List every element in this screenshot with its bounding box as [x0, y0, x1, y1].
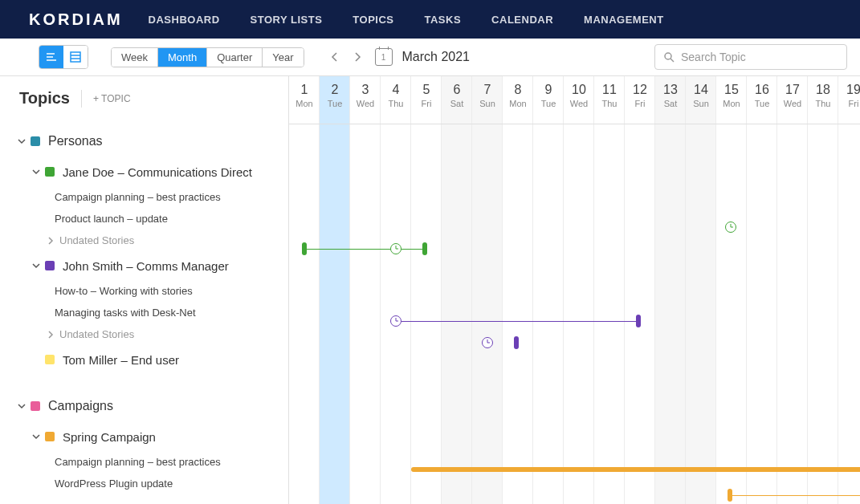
- lane-spacer: [289, 124, 860, 155]
- day-header-cell[interactable]: 9Tue: [533, 76, 564, 124]
- range-year[interactable]: Year: [263, 48, 303, 67]
- topic-spring-campaign[interactable]: Spring Campaign: [0, 422, 288, 451]
- chevron-right-icon[interactable]: [45, 331, 56, 339]
- day-header-cell[interactable]: 12Fri: [625, 76, 655, 124]
- lane-jane-story-2: [289, 238, 860, 259]
- date-nav: 1 March 2021: [324, 46, 471, 68]
- day-header-cell[interactable]: 17Wed: [777, 76, 808, 124]
- chevron-left-icon: [331, 52, 339, 62]
- day-header-cell[interactable]: 11Thu: [594, 76, 625, 124]
- color-swatch: [45, 261, 55, 270]
- color-swatch: [31, 136, 40, 146]
- day-header-cell[interactable]: 2Tue: [320, 76, 350, 124]
- undated-stories[interactable]: Undated Stories: [0, 323, 288, 345]
- color-swatch: [31, 401, 40, 411]
- timeline[interactable]: 1Mon2Tue3Wed4Thu5Fri6Sat7Sun8Mon9Tue10We…: [289, 76, 860, 504]
- svg-point-6: [665, 53, 671, 59]
- chevron-down-icon[interactable]: [16, 137, 27, 145]
- chevron-right-icon[interactable]: [45, 237, 56, 245]
- day-header-cell[interactable]: 16Tue: [747, 76, 777, 124]
- range-quarter[interactable]: Quarter: [207, 48, 263, 67]
- day-header-cell[interactable]: 5Fri: [411, 76, 442, 124]
- lane-john-smith: [289, 281, 860, 310]
- timeline-canvas: [289, 124, 860, 504]
- topic-group-label: Personas: [48, 134, 103, 148]
- day-header-cell[interactable]: 7Sun: [472, 76, 503, 124]
- clock-icon[interactable]: [725, 222, 736, 233]
- story-row[interactable]: How-to – Working with stories: [0, 280, 288, 302]
- sidebar: Topics + TOPIC Personas: [0, 76, 289, 504]
- divider: [81, 90, 82, 108]
- topic-group-personas[interactable]: Personas: [0, 125, 288, 157]
- day-header-cell[interactable]: 1Mon: [289, 76, 320, 124]
- top-nav: KORDIAM DASHBOARD STORY LISTS TOPICS TAS…: [0, 0, 860, 39]
- day-header-cell[interactable]: 3Wed: [350, 76, 381, 124]
- day-header-cell[interactable]: 13Sat: [655, 76, 686, 124]
- date-label: March 2021: [402, 50, 471, 64]
- topic-jane-doe[interactable]: Jane Doe – Communications Direct: [0, 157, 288, 186]
- story-row[interactable]: Campaign planning – best practices: [0, 451, 288, 473]
- topic-john-smith[interactable]: John Smith – Comms Manager: [0, 251, 288, 280]
- day-header-cell[interactable]: 8Mon: [503, 76, 533, 124]
- bar-line[interactable]: [401, 321, 638, 322]
- nav-topics[interactable]: TOPICS: [353, 14, 393, 26]
- prev-button[interactable]: [324, 46, 346, 68]
- story-label: Managing tasks with Desk-Net: [55, 307, 196, 319]
- nav-dashboard[interactable]: DASHBOARD: [149, 14, 220, 26]
- story-row[interactable]: Managing tasks with Desk-Net: [0, 302, 288, 323]
- today-button[interactable]: 1: [375, 48, 393, 66]
- view-toggle: [39, 45, 88, 69]
- nav-tasks[interactable]: TASKS: [425, 14, 462, 26]
- search-input[interactable]: [679, 50, 838, 64]
- topic-label: John Smith – Comms Manager: [63, 259, 229, 273]
- chevron-down-icon[interactable]: [16, 402, 27, 410]
- story-row[interactable]: WordPress Plugin update: [0, 473, 288, 494]
- campaign-bar[interactable]: [411, 467, 860, 472]
- chevron-down-icon[interactable]: [31, 262, 42, 270]
- clock-icon[interactable]: [482, 337, 493, 348]
- topic-tom-miller[interactable]: Tom Miller – End user: [0, 345, 288, 374]
- chevron-down-icon[interactable]: [31, 168, 42, 176]
- range-week[interactable]: Week: [112, 48, 158, 67]
- lane-john-story-1: [289, 310, 860, 331]
- view-list-button[interactable]: [63, 46, 88, 68]
- clock-icon[interactable]: [390, 315, 401, 327]
- sidebar-header: Topics + TOPIC: [0, 89, 288, 122]
- day-header-cell[interactable]: 4Thu: [381, 76, 411, 124]
- bar-end[interactable]: [422, 242, 427, 255]
- clock-icon[interactable]: [390, 243, 401, 254]
- day-header-cell[interactable]: 19Fri: [838, 76, 860, 124]
- toolbar: Week Month Quarter Year 1 March 2021: [0, 39, 860, 76]
- bar-end[interactable]: [636, 315, 641, 327]
- lane-spacer: [289, 404, 860, 423]
- color-swatch: [45, 355, 55, 364]
- nav-story-lists[interactable]: STORY LISTS: [251, 14, 323, 26]
- bar-line[interactable]: [307, 249, 422, 250]
- day-header-cell[interactable]: 15Mon: [716, 76, 747, 124]
- lane-campaigns: [289, 423, 860, 455]
- day-header-cell[interactable]: 10Wed: [564, 76, 594, 124]
- range-month[interactable]: Month: [158, 48, 207, 67]
- range-toggle: Week Month Quarter Year: [111, 47, 304, 67]
- nav-calendar[interactable]: CALENDAR: [491, 14, 553, 26]
- undated-stories[interactable]: Undated Stories: [0, 230, 288, 251]
- search-box[interactable]: [654, 44, 847, 70]
- chevron-down-icon[interactable]: [31, 433, 42, 441]
- day-header-cell[interactable]: 6Sat: [442, 76, 472, 124]
- story-row[interactable]: Campaign planning – best practices: [0, 186, 288, 208]
- story-row[interactable]: Product launch – update: [0, 208, 288, 230]
- undated-label: Undated Stories: [59, 328, 134, 340]
- add-topic-button[interactable]: + TOPIC: [93, 93, 131, 104]
- lane-spring-story-1: [289, 484, 860, 504]
- nav-management[interactable]: MANAGEMENT: [584, 14, 664, 26]
- view-timeline-button[interactable]: [39, 46, 63, 68]
- day-header-cell[interactable]: 18Thu: [808, 76, 838, 124]
- next-button[interactable]: [346, 46, 369, 68]
- day-header-cell[interactable]: 14Sun: [686, 76, 716, 124]
- topic-group-campaigns[interactable]: Campaigns: [0, 390, 288, 422]
- bar-end[interactable]: [514, 336, 519, 349]
- story-label: Campaign planning – best practices: [55, 191, 221, 203]
- search-icon: [663, 51, 675, 63]
- color-swatch: [45, 167, 55, 177]
- bar-line[interactable]: [732, 495, 860, 496]
